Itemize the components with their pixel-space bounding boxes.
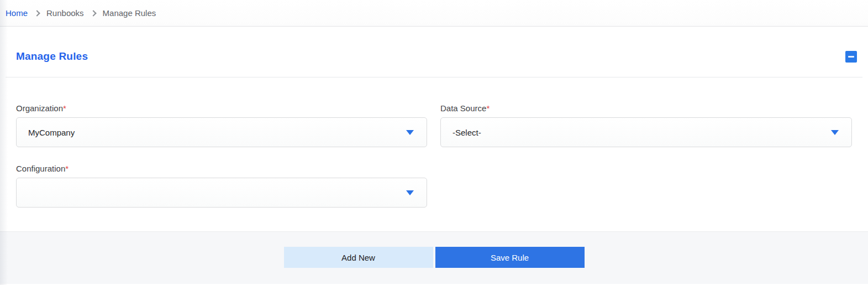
organization-label-text: Organization: [16, 103, 63, 113]
chevron-right-icon: [34, 10, 40, 16]
organization-field-group: Organization* MyCompany: [16, 103, 427, 147]
section-header: Manage Rules: [0, 50, 868, 63]
breadcrumb-item-runbooks[interactable]: Runbooks: [46, 8, 84, 18]
configuration-label-text: Configuration: [16, 164, 65, 173]
data-source-select[interactable]: -Select-: [440, 117, 852, 147]
manage-rules-form: Organization* MyCompany Data Source* -Se…: [0, 77, 868, 208]
breadcrumb: Home Runbooks Manage Rules: [0, 0, 868, 27]
data-source-label: Data Source*: [440, 103, 852, 113]
caret-down-icon: [406, 190, 414, 195]
organization-selected-value: MyCompany: [28, 128, 75, 137]
add-new-button[interactable]: Add New: [284, 247, 433, 268]
breadcrumb-item-home[interactable]: Home: [6, 8, 28, 18]
caret-down-icon: [831, 130, 839, 135]
data-source-selected-value: -Select-: [453, 128, 481, 137]
collapse-section-button[interactable]: [845, 51, 857, 63]
minus-icon: [848, 56, 854, 58]
data-source-label-text: Data Source: [440, 103, 486, 113]
configuration-field-group: Configuration*: [16, 164, 427, 208]
breadcrumb-item-manage-rules: Manage Rules: [103, 8, 156, 18]
data-source-field-group: Data Source* -Select-: [440, 103, 852, 147]
form-actions-bar: Add New Save Rule: [0, 231, 868, 284]
required-marker: *: [65, 164, 69, 173]
required-marker: *: [63, 103, 66, 113]
configuration-select[interactable]: [16, 178, 427, 208]
page-title: Manage Rules: [16, 50, 88, 63]
required-marker: *: [486, 103, 490, 113]
configuration-label: Configuration*: [16, 164, 427, 173]
save-rule-button[interactable]: Save Rule: [435, 247, 585, 268]
organization-select[interactable]: MyCompany: [16, 117, 427, 147]
form-grid-spacer: [440, 164, 852, 208]
caret-down-icon: [406, 130, 414, 135]
chevron-right-icon: [90, 10, 96, 16]
organization-label: Organization*: [16, 103, 427, 113]
